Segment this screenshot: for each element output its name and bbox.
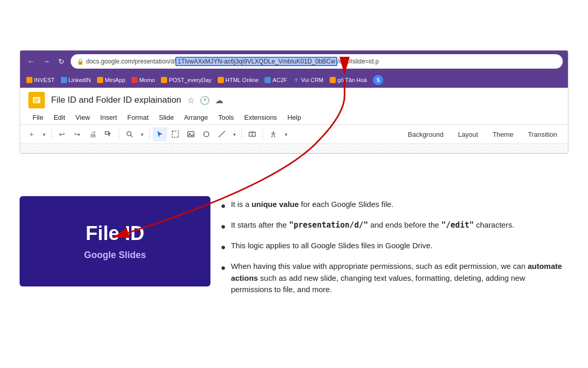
refresh-button[interactable]: ↻: [56, 56, 67, 67]
vui-crm-arrow-icon: ▼: [293, 76, 300, 84]
bookmark-icon-ac2f: [265, 77, 271, 83]
url-before: docs.google.com/presentation/d/: [86, 58, 175, 65]
menu-help[interactable]: Help: [283, 111, 305, 123]
bullet-dot-1: ●: [221, 200, 226, 212]
menu-file[interactable]: File: [28, 111, 47, 123]
bookmark-miniapp[interactable]: MiniApp: [95, 76, 127, 84]
toolbar-sep-3: [149, 129, 150, 139]
add-button[interactable]: +: [24, 127, 39, 141]
select-button[interactable]: [153, 127, 167, 141]
browser-window: ← → ↻ 🔒 docs.google.com/presentation/d/1…: [20, 50, 568, 154]
bullet-dot-3: ●: [221, 241, 226, 253]
bookmark-momo[interactable]: Momo: [129, 76, 157, 84]
svg-point-6: [127, 132, 131, 136]
address-bar[interactable]: 🔒 docs.google.com/presentation/d/1TlvwAX…: [71, 54, 563, 69]
bullet-text-3: This logic applies to all Google Slides …: [231, 240, 568, 253]
background-button[interactable]: Background: [401, 128, 450, 141]
list-item: ● It starts after the "presentation/d/" …: [221, 219, 568, 233]
toolbar-sep-1: [51, 129, 52, 139]
bookmark-linkedin[interactable]: LinkedIN: [59, 76, 93, 84]
bookmark-post-everyday[interactable]: POST_everyDay: [159, 76, 214, 84]
bookmark-vui-crm[interactable]: ▼ Vui CRM: [291, 75, 326, 85]
slides-toolbar: + ▾ ↩ ↪ 🖨 ▾: [20, 124, 568, 143]
content-area: File ID Google Slides ● It is a unique v…: [20, 196, 568, 303]
back-button[interactable]: ←: [25, 56, 37, 67]
svg-rect-3: [34, 100, 38, 101]
bullet-dot-4: ●: [221, 262, 226, 296]
bookmark-go-tan-hoa[interactable]: gõ Tân Hoà: [328, 76, 369, 84]
url-highlight: 1TlvwAXxMJYN-ac6j3qi9VLXQDLe_VmbIuK01D_0…: [175, 57, 337, 66]
ruler-marks: [22, 150, 566, 151]
bullet-dot-2: ●: [221, 220, 226, 233]
svg-line-12: [219, 131, 225, 137]
bookmark-icon-momo: [132, 77, 138, 83]
menu-tools[interactable]: Tools: [214, 111, 238, 123]
bookmark-badge-5[interactable]: 5: [371, 74, 385, 86]
menu-extensions[interactable]: Extensions: [240, 111, 282, 123]
add-dropdown[interactable]: ▾: [40, 127, 48, 141]
textbox-button[interactable]: [245, 127, 259, 141]
title-icons: ☆ 🕐 ☁: [187, 95, 223, 105]
history-icon[interactable]: 🕐: [200, 95, 210, 105]
bullet-text-1: It is a unique value for each Google Sli…: [231, 199, 568, 212]
redo-button[interactable]: ↪: [70, 127, 85, 141]
bookmark-ac2f[interactable]: AC2F: [263, 76, 289, 84]
bookmark-icon-post: [161, 77, 167, 83]
image-button[interactable]: [184, 127, 198, 141]
file-id-subtitle: Google Slides: [84, 250, 146, 261]
badge-number: 5: [373, 75, 383, 85]
slides-header: File ID and Folder ID explaination ☆ 🕐 ☁…: [20, 88, 568, 153]
accessibility-button[interactable]: [266, 127, 281, 141]
menu-insert[interactable]: Insert: [96, 111, 121, 123]
accessibility-dropdown[interactable]: ▾: [282, 127, 290, 141]
zoom-dropdown[interactable]: ▾: [138, 127, 146, 141]
svg-rect-4: [34, 102, 37, 103]
list-item: ● When having this value with appropriat…: [221, 261, 568, 296]
file-id-box: File ID Google Slides: [20, 196, 210, 286]
zoom-button[interactable]: [122, 127, 137, 141]
bookmark-icon-go: [330, 77, 336, 83]
svg-point-11: [204, 132, 209, 137]
menu-view[interactable]: View: [71, 111, 94, 123]
url-after: /edit#slide=id.p: [337, 58, 379, 65]
doc-title: File ID and Folder ID explaination: [51, 95, 181, 105]
toolbar-sep-5: [263, 129, 263, 139]
list-item: ● It is a unique value for each Google S…: [221, 199, 568, 212]
paint-format-button[interactable]: [101, 127, 116, 141]
svg-point-16: [273, 132, 274, 133]
shape-button[interactable]: [199, 127, 214, 141]
ruler: [20, 143, 568, 153]
file-id-title: File ID: [86, 222, 144, 245]
bullet-text-2: It starts after the "presentation/d/" an…: [231, 219, 568, 233]
bookmark-invest[interactable]: INVEST: [24, 76, 57, 84]
list-item: ● This logic applies to all Google Slide…: [221, 240, 568, 253]
menu-edit[interactable]: Edit: [50, 111, 69, 123]
forward-button[interactable]: →: [41, 56, 52, 67]
theme-button[interactable]: Theme: [486, 128, 520, 141]
layout-button[interactable]: Layout: [451, 128, 485, 141]
select-frame-button[interactable]: [168, 127, 183, 141]
bookmark-icon-linkedin: [61, 77, 67, 83]
star-icon[interactable]: ☆: [187, 95, 194, 105]
print-button[interactable]: 🖨: [86, 127, 100, 141]
svg-rect-8: [172, 131, 178, 137]
line-button[interactable]: [215, 127, 229, 141]
svg-rect-2: [34, 99, 39, 100]
menu-arrange[interactable]: Arrange: [180, 111, 212, 123]
bookmarks-bar: INVEST LinkedIN MiniApp Momo POST_everyD…: [20, 72, 568, 88]
slides-title-bar: File ID and Folder ID explaination ☆ 🕐 ☁: [20, 88, 568, 110]
menu-slide[interactable]: Slide: [155, 111, 178, 123]
line-dropdown[interactable]: ▾: [230, 127, 238, 141]
toolbar-sep-4: [241, 129, 242, 139]
bookmark-html-online[interactable]: HTML Online: [216, 76, 260, 84]
cloud-icon[interactable]: ☁: [215, 95, 223, 105]
slides-app-icon: [28, 92, 45, 108]
transition-button[interactable]: Transition: [521, 128, 564, 141]
menu-format[interactable]: Format: [123, 111, 153, 123]
browser-nav: ← → ↻ 🔒 docs.google.com/presentation/d/1…: [20, 51, 568, 72]
slides-menu-bar: File Edit View Insert Format Slide Arran…: [20, 110, 568, 124]
undo-button[interactable]: ↩: [55, 127, 69, 141]
toolbar-sep-2: [119, 129, 119, 139]
bookmark-icon-miniapp: [97, 77, 103, 83]
bookmark-icon-invest: [26, 77, 32, 83]
